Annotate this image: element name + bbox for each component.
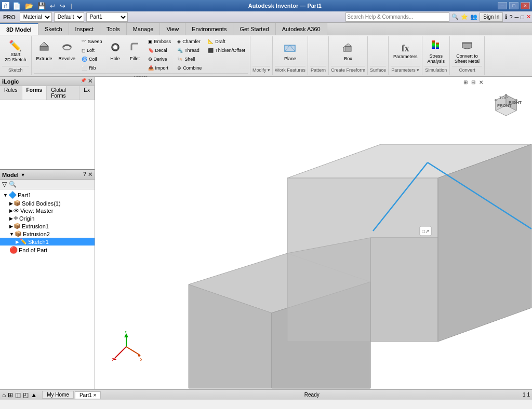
- nav-home-icon[interactable]: ⌂: [2, 391, 6, 399]
- qa-new[interactable]: 📄: [11, 2, 22, 10]
- ilogic-tab-global-forms[interactable]: Global Forms: [47, 86, 79, 100]
- tree-item-sketch1[interactable]: ▶ ✏️ Sketch1: [0, 238, 95, 246]
- derive-button[interactable]: ⚙ Derive: [145, 55, 174, 63]
- nav-grid-icon[interactable]: ⊞: [8, 391, 13, 399]
- rib-button[interactable]: ⬜ Rib: [79, 64, 105, 72]
- svg-point-83: [505, 94, 507, 96]
- box-button[interactable]: Box: [339, 38, 357, 65]
- expand-solid-bodies[interactable]: ▶: [9, 201, 13, 206]
- tab-my-home[interactable]: My Home: [42, 391, 74, 399]
- parameters-group-label[interactable]: Parameters ▾: [391, 66, 420, 74]
- convert-to-sheet-metal-button[interactable]: Convert toSheet Metal: [452, 38, 482, 65]
- emboss-button[interactable]: ▣ Emboss: [145, 37, 174, 46]
- tab-get-started[interactable]: Get Started: [233, 23, 275, 35]
- sign-in-button[interactable]: Sign In: [480, 12, 503, 22]
- model-header: Model ▼ ? ✕: [0, 170, 95, 180]
- expand-sketch1[interactable]: ▶: [16, 239, 19, 244]
- modify-group-label[interactable]: Modify ▾: [252, 66, 270, 74]
- minimize-button[interactable]: ─: [498, 2, 507, 9]
- shell-button[interactable]: 🐚 Shell: [175, 55, 204, 63]
- expand-extrusion1[interactable]: ▶: [9, 224, 13, 229]
- extrude-button[interactable]: Extrude: [34, 37, 55, 64]
- ilogic-close-button[interactable]: ✕: [88, 78, 92, 85]
- tab-part1[interactable]: Part1 ×: [75, 391, 101, 399]
- tree-item-extrusion1[interactable]: ▶ 📦 Extrusion1: [0, 222, 95, 230]
- tree-label-extrusion1: Extrusion1: [22, 223, 49, 229]
- tab-a360[interactable]: Autodesk A360: [276, 23, 327, 35]
- qa-open[interactable]: 📂: [24, 2, 34, 10]
- window-close[interactable]: ✕: [526, 13, 531, 20]
- viewport-close-button[interactable]: ✕: [479, 79, 483, 85]
- nav-expand-icon[interactable]: ▲: [31, 391, 37, 399]
- decal-button[interactable]: 🔖 Decal: [145, 46, 174, 54]
- qa-undo[interactable]: ↩: [49, 2, 57, 10]
- model-dropdown-icon[interactable]: ▼: [21, 172, 25, 178]
- search-icon[interactable]: 🔍: [451, 13, 459, 20]
- appearance-dropdown[interactable]: Default: [54, 12, 84, 22]
- material-dropdown[interactable]: Material: [20, 12, 52, 22]
- help-icon[interactable]: ?: [509, 14, 512, 20]
- coil-button[interactable]: 🌀 Coil: [79, 55, 105, 63]
- tab-manage[interactable]: Manage: [127, 23, 161, 35]
- plane-button[interactable]: Plane: [281, 38, 299, 65]
- search-input[interactable]: [345, 12, 449, 22]
- tab-environments[interactable]: Environments: [185, 23, 233, 35]
- community-icon[interactable]: 👥: [470, 13, 477, 20]
- model-close-button[interactable]: ✕: [88, 171, 92, 178]
- stress-analysis-button[interactable]: StressAnalysis: [424, 38, 447, 65]
- qa-redo[interactable]: ↪: [59, 2, 66, 10]
- tab-inspect[interactable]: Inspect: [69, 23, 100, 35]
- expand-part1[interactable]: ▼: [3, 193, 8, 198]
- viewport-maximize-button[interactable]: ⊞: [463, 79, 468, 85]
- revolve-button[interactable]: Revolve: [56, 37, 78, 64]
- ilogic-tab-rules[interactable]: Rules: [0, 86, 22, 100]
- tab-tools[interactable]: Tools: [100, 23, 127, 35]
- maximize-button[interactable]: □: [509, 2, 518, 9]
- window-maximize[interactable]: □: [521, 14, 524, 20]
- chamfer-button[interactable]: ◈ Chamfer: [175, 37, 204, 46]
- loft-button[interactable]: ◻ Loft: [79, 46, 105, 54]
- start-2d-sketch-button[interactable]: ✏️ Start2D Sketch: [2, 38, 29, 65]
- tree-item-extrusion2[interactable]: ▼ 📦 Extrusion2: [0, 230, 95, 238]
- tree-item-end-of-part[interactable]: 🔴 End of Part: [0, 246, 95, 254]
- tab-3d-model[interactable]: 3D Model: [0, 23, 38, 35]
- start-2d-sketch-label: Start2D Sketch: [5, 52, 26, 62]
- ribbon-group-simulation: StressAnalysis Simulation: [422, 36, 450, 75]
- import-button[interactable]: 📥 Import: [145, 64, 174, 72]
- ilogic-pin-button[interactable]: 📌: [81, 78, 86, 85]
- qa-save[interactable]: 💾: [36, 2, 47, 10]
- ilogic-tab-ex[interactable]: Ex: [79, 86, 95, 100]
- thicken-button[interactable]: ⬛ Thicken/Offset: [205, 46, 248, 54]
- tree-item-part1[interactable]: ▼ 🔷 Part1: [0, 190, 95, 199]
- tree-item-origin[interactable]: ▶ ✛ Origin: [0, 214, 95, 222]
- model-search-icon[interactable]: 🔍: [9, 181, 17, 188]
- thread-button[interactable]: 🔩 Thread: [175, 46, 204, 54]
- viewport[interactable]: ✎: [95, 77, 532, 389]
- view-cube[interactable]: FRONT RIGHT TOP: [488, 85, 524, 121]
- expand-origin[interactable]: ▶: [9, 216, 13, 221]
- bookmark-icon[interactable]: ⭐: [461, 13, 468, 20]
- expand-extrusion2[interactable]: ▼: [9, 231, 14, 237]
- tree-item-solid-bodies[interactable]: ▶ 📦 Solid Bodies(1): [0, 199, 95, 207]
- hole-button[interactable]: Hole: [106, 37, 125, 64]
- combine-button[interactable]: ⊕ Combine: [175, 64, 204, 72]
- tree-item-view-master[interactable]: ▶ 👁 View: Master: [0, 207, 95, 214]
- model-filter-icon[interactable]: ▽: [2, 181, 7, 188]
- tab-view[interactable]: View: [160, 23, 185, 35]
- nav-mini-icon[interactable]: ◰: [23, 391, 29, 399]
- part-dropdown[interactable]: Part1: [86, 12, 128, 22]
- ilogic-tab-forms[interactable]: Forms: [22, 86, 47, 100]
- viewport-restore-button[interactable]: ⊟: [471, 79, 475, 85]
- expand-view-master[interactable]: ▶: [9, 208, 13, 213]
- sweep-button[interactable]: 〰 Sweep: [79, 37, 105, 46]
- info-icon[interactable]: ℹ: [505, 13, 507, 20]
- fillet-button[interactable]: Fillet: [126, 37, 144, 64]
- draft-button[interactable]: 📐 Draft: [205, 37, 248, 46]
- parameters-button[interactable]: fx Parameters: [391, 38, 420, 65]
- nav-layout-icon[interactable]: ◫: [15, 391, 21, 399]
- model-help-button[interactable]: ?: [83, 171, 86, 178]
- thread-icon: 🔩: [177, 48, 183, 53]
- close-button[interactable]: ✕: [521, 2, 530, 9]
- window-minimize[interactable]: ─: [515, 14, 519, 20]
- tab-sketch[interactable]: Sketch: [38, 23, 69, 35]
